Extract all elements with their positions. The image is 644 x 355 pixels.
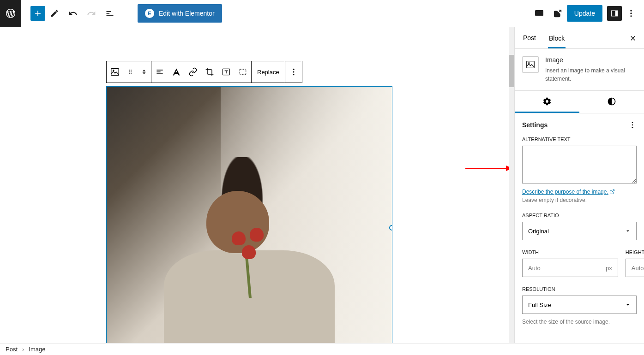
more-vertical-icon <box>289 67 298 77</box>
update-button-label: Update <box>574 10 595 17</box>
image-icon <box>110 67 120 77</box>
settings-sidebar-toggle[interactable] <box>607 6 622 21</box>
duotone-button[interactable] <box>235 61 251 83</box>
document-overview-button[interactable] <box>101 4 119 23</box>
list-view-icon <box>105 9 114 18</box>
svg-point-20 <box>529 63 530 64</box>
resolution-select[interactable]: Full Size <box>522 296 637 314</box>
pencil-icon <box>50 9 59 18</box>
aspect-ratio-label: ASPECT RATIO <box>522 213 637 218</box>
align-icon <box>155 67 164 77</box>
aspect-ratio-select[interactable]: Original <box>522 222 637 240</box>
svg-point-9 <box>131 70 132 71</box>
svg-rect-6 <box>111 69 119 76</box>
image-block-selected[interactable] <box>106 86 392 343</box>
drag-handle-button[interactable] <box>123 61 137 83</box>
settings-more-button[interactable] <box>628 121 637 129</box>
editor-canvas[interactable]: Replace <box>0 27 514 343</box>
image-content <box>107 87 392 343</box>
resolution-label: RESOLUTION <box>522 286 637 292</box>
contrast-icon <box>607 97 616 106</box>
external-link-icon <box>609 189 615 195</box>
wordpress-logo[interactable] <box>0 0 21 27</box>
preview-button[interactable] <box>530 4 548 23</box>
block-card-title: Image <box>545 56 637 64</box>
svg-point-23 <box>632 127 633 128</box>
width-input[interactable] <box>528 265 606 272</box>
tab-post[interactable]: Post <box>522 28 537 48</box>
svg-rect-2 <box>615 11 618 16</box>
describe-image-link[interactable]: Describe the purpose of the image. <box>522 189 615 195</box>
link-icon <box>188 67 198 77</box>
svg-point-16 <box>293 69 294 70</box>
external-link-icon <box>553 9 562 18</box>
svg-point-3 <box>630 10 632 12</box>
resolution-hint: Select the size of the source image. <box>522 319 637 325</box>
resolution-field: RESOLUTION Full Size Select the size of … <box>522 286 637 325</box>
svg-point-11 <box>131 71 132 72</box>
alt-text-input[interactable] <box>522 146 637 183</box>
canvas-scrollbar[interactable] <box>509 27 514 343</box>
breadcrumb-current[interactable]: Image <box>29 346 45 353</box>
undo-button[interactable] <box>64 4 82 23</box>
scrollbar-thumb[interactable] <box>509 55 514 87</box>
elementor-button-label: Edit with Elementor <box>159 10 215 17</box>
chevron-up-down-icon <box>140 67 148 77</box>
svg-point-22 <box>632 124 633 126</box>
wordpress-icon <box>5 8 16 19</box>
width-field: WIDTH px <box>522 249 618 277</box>
block-more-options-button[interactable] <box>285 61 302 83</box>
alt-text-field: ALTERNATIVE TEXT Describe the purpose of… <box>522 136 637 203</box>
view-post-button[interactable] <box>548 4 567 23</box>
tab-block[interactable]: Block <box>548 28 566 48</box>
move-up-down-button[interactable] <box>137 61 151 83</box>
more-vertical-icon <box>626 9 636 18</box>
block-card-description: Insert an image to make a visual stateme… <box>545 66 637 83</box>
svg-point-12 <box>129 73 130 74</box>
desktop-icon <box>534 8 544 18</box>
close-sidebar-button[interactable] <box>627 33 638 46</box>
image-icon <box>525 59 536 70</box>
settings-section-header: Settings <box>515 113 644 136</box>
svg-point-4 <box>630 12 632 14</box>
more-options-button[interactable] <box>622 4 640 23</box>
settings-body: ALTERNATIVE TEXT Describe the purpose of… <box>515 136 644 342</box>
aspect-ratio-field: ASPECT RATIO Original <box>522 213 637 240</box>
breadcrumb-separator: › <box>22 346 24 353</box>
drag-icon <box>126 68 134 76</box>
text-style-icon <box>172 67 181 77</box>
link-button[interactable] <box>185 61 201 83</box>
update-button[interactable]: Update <box>567 5 602 22</box>
caption-button[interactable] <box>168 61 185 83</box>
styles-subtab[interactable] <box>579 91 644 113</box>
svg-point-5 <box>630 15 632 17</box>
block-settings-tabs <box>515 91 644 113</box>
crop-button[interactable] <box>201 61 218 83</box>
settings-subtab[interactable] <box>515 91 579 113</box>
width-label: WIDTH <box>522 249 618 255</box>
svg-point-8 <box>129 70 130 71</box>
align-button[interactable] <box>151 61 168 83</box>
tools-button[interactable] <box>45 4 64 23</box>
breadcrumb-root[interactable]: Post <box>6 346 18 353</box>
replace-image-button[interactable]: Replace <box>252 61 285 83</box>
add-block-button[interactable] <box>30 6 45 21</box>
crop-icon <box>205 67 214 77</box>
svg-point-7 <box>113 70 114 71</box>
undo-icon <box>68 9 78 18</box>
height-input[interactable] <box>632 265 644 272</box>
sidebar-icon <box>610 9 619 18</box>
block-type-button[interactable] <box>107 61 123 83</box>
svg-rect-15 <box>240 69 246 75</box>
alt-decorative-hint: Leave empty if decorative. <box>522 197 637 203</box>
svg-point-13 <box>131 73 132 74</box>
text-overlay-button[interactable] <box>218 61 235 83</box>
edit-with-elementor-button[interactable]: E Edit with Elementor <box>138 4 222 23</box>
editor-top-bar: E Edit with Elementor Update <box>0 0 644 27</box>
text-on-image-icon <box>222 67 231 77</box>
block-card-icon <box>522 56 539 73</box>
resize-handle-right[interactable] <box>389 225 392 231</box>
alt-text-label: ALTERNATIVE TEXT <box>522 136 637 142</box>
redo-button[interactable] <box>82 4 101 23</box>
height-label: HEIGHT <box>626 249 644 255</box>
